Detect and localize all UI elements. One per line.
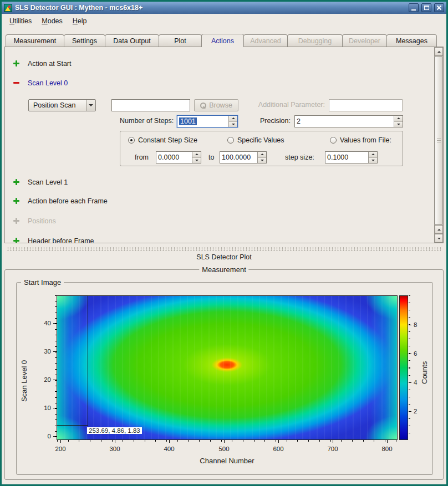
splitter-handle[interactable] — [7, 247, 441, 252]
action-at-start-label: Action at Start — [28, 60, 72, 68]
minimize-icon — [411, 9, 416, 11]
scroll-down-button[interactable] — [435, 234, 443, 243]
to-spin-up-button[interactable] — [258, 152, 266, 158]
x-tick — [60, 440, 61, 443]
scrollbar-thumb[interactable] — [435, 56, 443, 225]
menu-modes[interactable]: Modes — [37, 15, 68, 27]
precision-value[interactable]: 2 — [295, 116, 394, 127]
x-axis-minor-ticks — [57, 440, 398, 442]
step-size-value[interactable]: 0.1000 — [325, 152, 368, 163]
arrow-up-icon — [437, 51, 441, 53]
measurement-title: Measurement — [199, 265, 248, 274]
spin-up-icon — [232, 117, 235, 119]
x-tick-label: 400 — [158, 445, 180, 453]
steps-spin-up-button[interactable] — [229, 116, 237, 122]
menu-help[interactable]: Help — [68, 15, 92, 27]
heatmap-canvas[interactable] — [57, 295, 398, 440]
minimize-button[interactable] — [409, 3, 419, 12]
from-value[interactable]: 0.0000 — [156, 152, 192, 163]
window-title: SLS Detector GUI : Mythen - mcs6x18+ — [15, 4, 406, 12]
scan-level-1-toggle[interactable]: Scan Level 1 — [13, 178, 68, 186]
colorbar — [399, 295, 408, 440]
precision-spin-up-button[interactable] — [394, 116, 403, 122]
maximize-icon — [424, 6, 429, 10]
spin-down-icon — [232, 124, 235, 125]
actions-tab-panel: Action at Start Scan Level 0 Position Sc… — [4, 47, 444, 243]
x-tick — [224, 440, 225, 443]
header-before-frame-toggle[interactable]: Header before Frame — [13, 237, 94, 243]
step-mode-groupbox: Constant Step Size Specific Values Value… — [120, 131, 403, 166]
tab-actions[interactable]: Actions — [201, 34, 244, 47]
maximize-button[interactable] — [421, 3, 431, 12]
scroll-up-button[interactable] — [435, 47, 443, 56]
header-before-frame-label: Header before Frame — [28, 237, 94, 244]
menu-utilities[interactable]: Utilities — [4, 15, 37, 27]
x-tick-label: 800 — [376, 445, 398, 453]
step-spin-down-button[interactable] — [369, 158, 377, 163]
radio-unselected-icon — [227, 137, 234, 144]
x-tick-label: 200 — [49, 445, 72, 453]
from-spin-down-button[interactable] — [192, 158, 201, 163]
spin-up-icon — [261, 154, 264, 155]
precision-spin-down-button[interactable] — [394, 122, 403, 127]
tab-advanced: Advanced — [243, 34, 288, 47]
number-of-steps-value[interactable]: 1001 — [177, 116, 228, 127]
expand-plus-icon — [13, 60, 20, 67]
action-at-start-toggle[interactable]: Action at Start — [13, 59, 72, 68]
from-spinbox: 0.0000 — [156, 151, 201, 163]
radio-specific-values[interactable]: Specific Values — [227, 136, 284, 144]
collapse-minus-icon — [13, 79, 20, 86]
scan-level-0-toggle[interactable]: Scan Level 0 — [13, 79, 68, 87]
colorbar-minor-ticks — [409, 295, 410, 440]
from-label: from — [135, 154, 149, 161]
from-spin-up-button[interactable] — [192, 152, 201, 158]
menubar: Utilities Modes Help — [2, 14, 446, 28]
action-before-frame-toggle[interactable]: Action before each Frame — [13, 197, 108, 205]
y-tick — [53, 436, 57, 437]
positions-toggle: Positions — [13, 217, 56, 225]
radio-values-from-file[interactable]: Values from File: — [330, 136, 391, 144]
spin-up-icon — [371, 154, 375, 155]
spin-down-icon — [371, 160, 375, 161]
tab-settings[interactable]: Settings — [64, 34, 105, 47]
measurement-groupbox: Measurement Start Image 253.69, 4.86, 1.… — [4, 269, 444, 480]
y-tick-label: 30 — [37, 347, 51, 355]
chevron-down-icon — [89, 104, 93, 106]
scan-mode-combobox[interactable]: Position Scan — [28, 99, 96, 111]
spin-up-icon — [195, 154, 198, 155]
radio-constant-step-size[interactable]: Constant Step Size — [128, 136, 197, 144]
y-tick-label: 20 — [37, 376, 51, 383]
x-tick-label: 300 — [104, 445, 126, 453]
step-spin-up-button[interactable] — [369, 152, 377, 158]
colorbar-tick — [409, 411, 411, 412]
app-window: SLS Detector GUI : Mythen - mcs6x18+ Uti… — [0, 0, 448, 486]
y-tick-label: 10 — [37, 404, 51, 412]
close-icon — [436, 5, 442, 11]
browse-button: Browse — [194, 99, 238, 111]
tab-plot[interactable]: Plot — [159, 34, 202, 47]
vertical-scrollbar[interactable] — [434, 47, 443, 243]
scan-level-1-label: Scan Level 1 — [28, 178, 68, 186]
arrow-up-icon — [437, 229, 441, 231]
colorbar-tick-label: 6 — [414, 350, 417, 357]
plot-dock-title: SLS Detector Plot — [2, 253, 446, 262]
tab-debugging: Debugging — [287, 34, 343, 47]
radio-constant-label: Constant Step Size — [138, 136, 197, 144]
scroll-up-button-bottom[interactable] — [435, 225, 443, 234]
scan-script-input[interactable] — [111, 99, 190, 111]
radio-selected-icon — [128, 137, 135, 144]
to-value[interactable]: 100.0000 — [220, 152, 257, 163]
colorbar-tick-label: 8 — [414, 321, 417, 329]
tab-measurement[interactable]: Measurement — [6, 34, 64, 47]
steps-spin-down-button[interactable] — [229, 122, 237, 127]
tab-messages[interactable]: Messages — [386, 34, 437, 47]
expand-plus-icon — [13, 197, 20, 204]
precision-spinbox: 2 — [294, 115, 403, 127]
tab-developer: Developer — [342, 34, 387, 47]
y-tick-label: 0 — [37, 432, 51, 440]
number-of-steps-label: Number of Steps: — [120, 117, 174, 125]
to-spin-down-button[interactable] — [258, 158, 266, 163]
close-button[interactable] — [434, 3, 444, 12]
tab-data-output[interactable]: Data Output — [105, 34, 159, 47]
combo-dropdown-button[interactable] — [86, 100, 95, 111]
